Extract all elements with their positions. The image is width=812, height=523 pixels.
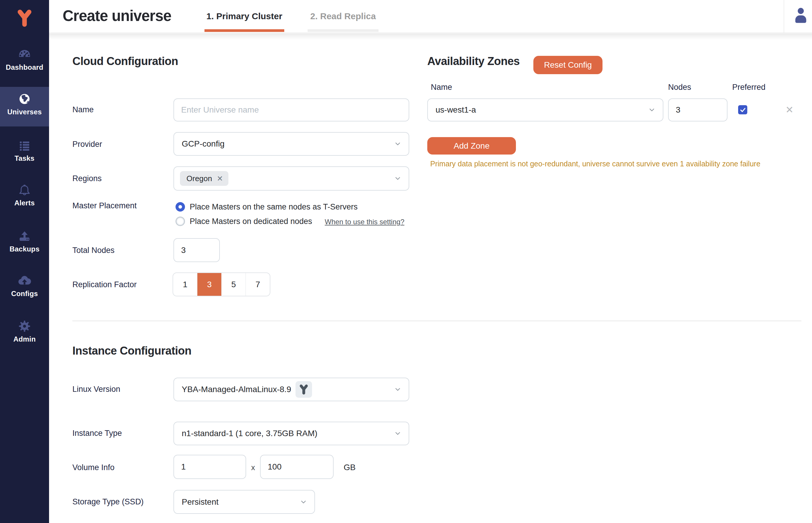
gear-icon <box>17 319 32 333</box>
radio-dedicated-nodes-label: Place Masters on dedicated nodes <box>190 217 312 226</box>
storage-type-label: Storage Type (SSD) <box>72 497 144 506</box>
zone-name-value: us-west1-a <box>428 105 476 115</box>
radio-same-nodes[interactable] <box>176 202 185 212</box>
create-universe-page: Dashboard Universes Tasks <box>0 0 812 523</box>
availability-zones-heading: Availability Zones <box>427 55 520 68</box>
volume-count-field[interactable] <box>174 455 246 479</box>
regions-multiselect[interactable]: Oregon ✕ <box>174 166 409 191</box>
instance-type-select[interactable]: n1-standard-1 (1 core, 3.75GB RAM) <box>174 422 409 445</box>
volume-size-field[interactable] <box>260 455 333 479</box>
tab-primary-cluster[interactable]: 1. Primary Cluster <box>204 0 284 33</box>
master-placement-label: Master Placement <box>72 201 137 210</box>
volume-count-input[interactable] <box>174 455 246 479</box>
provider-label: Provider <box>72 140 102 149</box>
sidebar-item-label: Backups <box>10 245 39 253</box>
regions-label: Regions <box>72 174 102 183</box>
header-divider <box>783 0 784 33</box>
sidebar-item-label: Configs <box>11 290 38 298</box>
sidebar: Dashboard Universes Tasks <box>0 0 49 523</box>
sidebar-item-label: Tasks <box>15 154 34 163</box>
sidebar-item-label: Alerts <box>14 199 35 207</box>
region-chip-label: Oregon <box>186 174 212 183</box>
tab-inactive-underline <box>308 29 379 32</box>
chevron-down-icon <box>394 430 401 437</box>
instance-config-heading: Instance Configuration <box>72 344 192 357</box>
gauge-icon <box>17 47 32 61</box>
radio-dedicated-nodes[interactable] <box>176 217 185 226</box>
yugabyte-logo-icon[interactable] <box>15 8 34 28</box>
add-zone-button[interactable]: Add Zone <box>427 137 516 155</box>
provider-select[interactable]: GCP-config <box>174 132 409 156</box>
sidebar-item-dashboard[interactable]: Dashboard <box>0 47 49 72</box>
header-shadow <box>49 33 812 40</box>
volume-unit: GB <box>344 463 356 472</box>
tab-label: 1. Primary Cluster <box>206 11 283 21</box>
tab-label: 2. Read Replica <box>310 11 376 21</box>
user-avatar-icon[interactable] <box>793 6 809 25</box>
universe-name-input[interactable] <box>174 99 409 121</box>
rf-option-3[interactable]: 3 <box>197 273 222 296</box>
bell-icon <box>17 183 32 197</box>
cloud-config-heading: Cloud Configuration <box>72 55 178 68</box>
instance-type-value: n1-standard-1 (1 core, 3.75GB RAM) <box>174 429 317 438</box>
sidebar-item-universes[interactable]: Universes <box>0 92 49 116</box>
volume-info-label: Volume Info <box>72 463 115 472</box>
tab-read-replica[interactable]: 2. Read Replica <box>308 0 379 33</box>
sidebar-item-tasks[interactable]: Tasks <box>0 138 49 163</box>
sidebar-item-label: Admin <box>13 335 36 343</box>
sidebar-item-label: Universes <box>7 108 42 116</box>
total-nodes-input[interactable] <box>174 239 219 262</box>
volume-size-input[interactable] <box>260 455 333 479</box>
chevron-down-icon <box>300 498 307 506</box>
header: Create universe 1. Primary Cluster 2. Re… <box>49 0 812 33</box>
sidebar-item-configs[interactable]: Configs <box>0 274 49 298</box>
az-col-name: Name <box>431 83 452 92</box>
total-nodes-label: Total Nodes <box>72 246 115 255</box>
zone-nodes-field[interactable] <box>668 98 727 122</box>
sidebar-item-alerts[interactable]: Alerts <box>0 183 49 207</box>
yba-managed-badge-icon <box>295 381 312 398</box>
linux-version-value: YBA-Managed-AlmaLinux-8.9 <box>174 385 291 394</box>
linux-version-select[interactable]: YBA-Managed-AlmaLinux-8.9 <box>174 378 409 401</box>
radio-same-nodes-label: Place Masters on the same nodes as T-Ser… <box>190 202 358 212</box>
rf-option-7[interactable]: 7 <box>246 273 270 296</box>
rf-option-1[interactable]: 1 <box>173 273 197 296</box>
tab-active-underline <box>204 29 284 32</box>
volume-multiplier: x <box>251 463 255 472</box>
rf-option-5[interactable]: 5 <box>222 273 246 296</box>
chevron-down-icon <box>394 175 401 182</box>
cloud-upload-icon <box>17 274 32 288</box>
section-divider <box>72 321 801 321</box>
total-nodes-field[interactable] <box>174 238 220 262</box>
storage-type-value: Persistent <box>174 497 219 507</box>
sidebar-item-admin[interactable]: Admin <box>0 319 49 343</box>
az-col-preferred: Preferred <box>732 83 765 92</box>
tasks-icon <box>17 138 32 152</box>
region-chip: Oregon ✕ <box>180 171 229 186</box>
storage-type-select[interactable]: Persistent <box>174 490 315 514</box>
region-chip-remove-icon[interactable]: ✕ <box>217 174 223 183</box>
chevron-down-icon <box>394 385 401 393</box>
preferred-checkbox[interactable] <box>738 105 747 114</box>
chevron-down-icon <box>394 140 401 148</box>
reset-config-button[interactable]: Reset Config <box>534 56 602 74</box>
replication-factor-group: 1 3 5 7 <box>173 272 270 296</box>
instance-type-label: Instance Type <box>72 429 122 438</box>
backup-upload-icon <box>17 229 32 243</box>
geo-redundancy-warning: Primary data placement is not geo-redund… <box>430 160 760 168</box>
zone-nodes-input[interactable] <box>669 99 727 121</box>
sidebar-item-label: Dashboard <box>6 63 43 72</box>
az-col-nodes: Nodes <box>668 83 691 92</box>
universe-name-field[interactable] <box>174 98 409 122</box>
zone-name-select[interactable]: us-west1-a <box>427 98 663 122</box>
page-title: Create universe <box>62 7 172 24</box>
remove-zone-icon[interactable]: ✕ <box>786 105 794 115</box>
provider-value: GCP-config <box>174 139 224 149</box>
replication-factor-label: Replication Factor <box>72 280 137 289</box>
globe-icon <box>17 92 32 106</box>
linux-version-label: Linux Version <box>72 385 120 394</box>
name-label: Name <box>72 105 94 114</box>
chevron-down-icon <box>648 106 656 114</box>
when-to-use-link[interactable]: When to use this setting? <box>325 218 404 226</box>
sidebar-item-backups[interactable]: Backups <box>0 229 49 253</box>
